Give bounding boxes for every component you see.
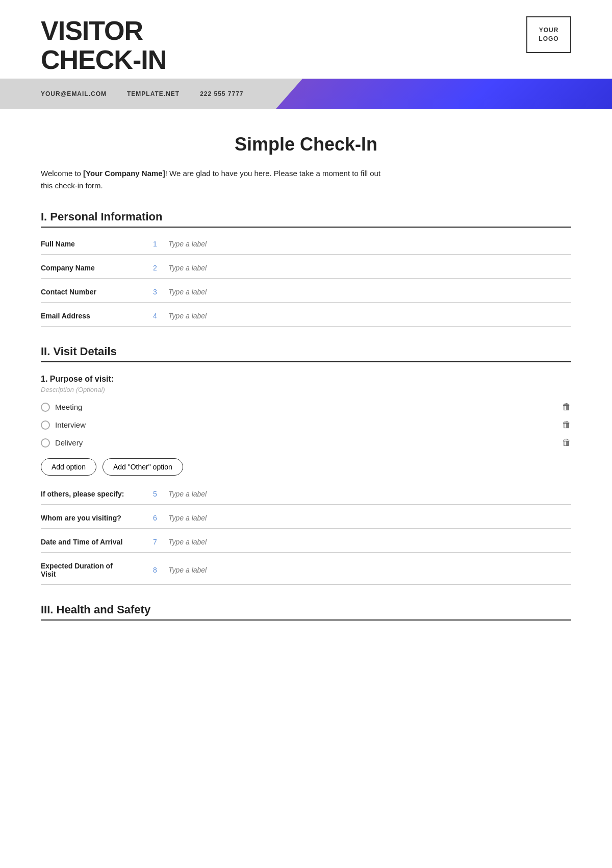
field-input-duration[interactable] bbox=[168, 566, 571, 574]
field-number-6: 6 bbox=[153, 514, 163, 522]
radio-label-delivery: Delivery bbox=[55, 438, 83, 447]
radio-circle-meeting[interactable] bbox=[41, 403, 50, 412]
banner-website: TEMPLATE.NET bbox=[127, 90, 180, 97]
field-number-8: 8 bbox=[153, 566, 163, 574]
section2-header: II. Visit Details bbox=[41, 345, 571, 362]
field-row-arrival: Date and Time of Arrival 7 bbox=[41, 538, 571, 553]
field-number-7: 7 bbox=[153, 538, 163, 546]
field-input-whom[interactable] bbox=[168, 514, 571, 522]
field-row-email: Email Address 4 bbox=[41, 312, 571, 327]
field-number-5: 5 bbox=[153, 490, 163, 498]
visit-fields: If others, please specify: 5 Whom are yo… bbox=[41, 490, 571, 585]
section2: II. Visit Details 1. Purpose of visit: D… bbox=[41, 345, 571, 585]
field-label-email: Email Address bbox=[41, 312, 153, 320]
purpose-title: 1. Purpose of visit: bbox=[41, 375, 571, 384]
field-number-2: 2 bbox=[153, 264, 163, 272]
purpose-desc: Description (Optional) bbox=[41, 386, 571, 393]
radio-circle-interview[interactable] bbox=[41, 420, 50, 430]
field-label-duration: Expected Duration ofVisit bbox=[41, 562, 153, 578]
field-label-contact: Contact Number bbox=[41, 288, 153, 296]
radio-label-interview: Interview bbox=[55, 420, 86, 429]
radio-option-meeting: Meeting 🗑 bbox=[41, 402, 571, 412]
section1-header: I. Personal Information bbox=[41, 210, 571, 228]
field-label-arrival: Date and Time of Arrival bbox=[41, 538, 153, 546]
delete-icon-delivery[interactable]: 🗑 bbox=[562, 437, 571, 448]
field-input-others[interactable] bbox=[168, 490, 571, 498]
banner-email: YOUR@EMAIL.COM bbox=[41, 90, 107, 97]
banner-phone: 222 555 7777 bbox=[200, 90, 243, 97]
field-label-others: If others, please specify: bbox=[41, 490, 153, 498]
field-label-fullname: Full Name bbox=[41, 240, 153, 248]
section3-header: III. Health and Safety bbox=[41, 603, 571, 621]
radio-option-delivery: Delivery 🗑 bbox=[41, 437, 571, 448]
delete-icon-meeting[interactable]: 🗑 bbox=[562, 402, 571, 412]
field-input-contact[interactable] bbox=[168, 288, 571, 296]
add-option-button[interactable]: Add option bbox=[41, 458, 96, 476]
field-row-fullname: Full Name 1 bbox=[41, 240, 571, 255]
form-title: Simple Check-In bbox=[41, 134, 571, 155]
field-input-email[interactable] bbox=[168, 312, 571, 320]
logo-box: YOURLOGO bbox=[526, 16, 571, 53]
field-row-company: Company Name 2 bbox=[41, 264, 571, 279]
radio-label-meeting: Meeting bbox=[55, 403, 82, 411]
field-input-fullname[interactable] bbox=[168, 240, 571, 248]
field-number-3: 3 bbox=[153, 288, 163, 296]
field-row-whom: Whom are you visiting? 6 bbox=[41, 514, 571, 529]
add-options-row: Add option Add "Other" option bbox=[41, 458, 571, 476]
contact-banner: YOUR@EMAIL.COM TEMPLATE.NET 222 555 7777 bbox=[0, 79, 612, 109]
field-number-4: 4 bbox=[153, 312, 163, 320]
radio-circle-delivery[interactable] bbox=[41, 438, 50, 448]
field-label-company: Company Name bbox=[41, 264, 153, 272]
field-input-company[interactable] bbox=[168, 264, 571, 272]
field-row-duration: Expected Duration ofVisit 8 bbox=[41, 562, 571, 585]
field-row-others: If others, please specify: 5 bbox=[41, 490, 571, 505]
field-input-arrival[interactable] bbox=[168, 538, 571, 546]
page-header: VISITOR CHECK-IN YOURLOGO bbox=[0, 0, 612, 75]
field-number-1: 1 bbox=[153, 240, 163, 248]
field-label-whom: Whom are you visiting? bbox=[41, 514, 153, 522]
section3: III. Health and Safety bbox=[41, 603, 571, 621]
field-row-contact: Contact Number 3 bbox=[41, 288, 571, 303]
page-title: VISITOR CHECK-IN bbox=[41, 16, 166, 75]
personal-fields: Full Name 1 Company Name 2 Contact Numbe… bbox=[41, 240, 571, 327]
add-other-option-button[interactable]: Add "Other" option bbox=[103, 458, 183, 476]
form-area: Simple Check-In Welcome to [Your Company… bbox=[0, 109, 612, 663]
company-name: [Your Company Name] bbox=[83, 169, 165, 178]
delete-icon-interview[interactable]: 🗑 bbox=[562, 419, 571, 430]
radio-option-interview: Interview 🗑 bbox=[41, 419, 571, 430]
welcome-text: Welcome to [Your Company Name]! We are g… bbox=[41, 167, 388, 192]
